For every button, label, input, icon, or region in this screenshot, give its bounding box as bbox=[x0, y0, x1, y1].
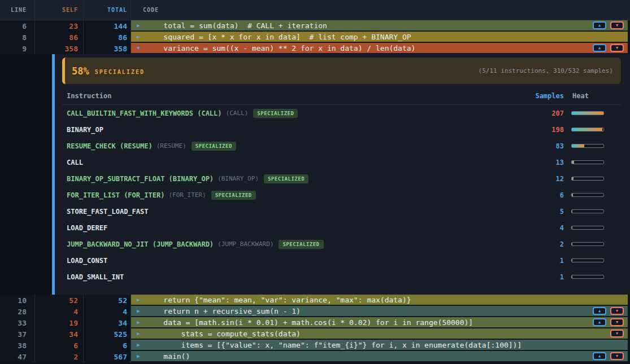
column-header-self: SELF bbox=[35, 0, 84, 20]
heat-column-header: Heat bbox=[571, 92, 604, 100]
total-samples-value: 6 bbox=[84, 340, 131, 351]
expand-toggle-icon[interactable]: ▶ bbox=[131, 308, 146, 314]
code-text: squared = [x * x for x in data] # list c… bbox=[146, 33, 411, 41]
instruction-name-group: CALL bbox=[67, 159, 524, 166]
samples-value: 2 bbox=[524, 240, 564, 248]
expand-toggle-icon[interactable]: ▶ bbox=[131, 331, 146, 336]
expand-toggle-icon[interactable]: ▼ bbox=[131, 45, 146, 51]
total-samples-value: 144 bbox=[84, 20, 131, 32]
self-samples-value: 6 bbox=[35, 340, 84, 351]
code-text: items = [{"value": x, "name": f"item_{i}… bbox=[146, 341, 522, 349]
heat-bar-fill bbox=[572, 128, 602, 131]
code-cell[interactable]: ▼ variance = sum((x - mean) ** 2 for x i… bbox=[131, 43, 628, 54]
heat-bar-fill bbox=[572, 243, 572, 245]
nav-down-button[interactable]: ▼ bbox=[610, 318, 624, 326]
heat-bar bbox=[571, 242, 604, 246]
heat-bar bbox=[571, 177, 604, 181]
instruction-name: LOAD_SMALL_INT bbox=[67, 273, 124, 281]
line-number: 37 bbox=[0, 328, 35, 340]
expand-toggle-icon[interactable]: ▶ bbox=[131, 34, 146, 40]
instruction-base-name: (RESUME) bbox=[157, 142, 186, 150]
code-cell[interactable]: ▶ data = [math.sin(i * 0.01) + math.cos(… bbox=[131, 317, 628, 328]
nav-down-button[interactable]: ▼ bbox=[610, 352, 624, 360]
code-row: 88686▶ squared = [x * x for x in data] #… bbox=[0, 32, 630, 43]
heat-bar-fill bbox=[572, 194, 573, 196]
heat-bar bbox=[571, 160, 604, 164]
code-cell[interactable]: ▶ stats = compute_stats(data)▼ bbox=[131, 328, 628, 340]
nav-up-button[interactable]: ▲ bbox=[593, 352, 606, 360]
specialized-badge: SPECIALIZED bbox=[264, 174, 309, 183]
self-samples-value: 34 bbox=[35, 328, 84, 340]
self-samples-value: 19 bbox=[35, 317, 84, 328]
samples-value: 13 bbox=[524, 159, 564, 166]
instruction-table-header: Instruction Samples Heat bbox=[62, 92, 621, 105]
line-number: 6 bbox=[0, 20, 35, 32]
nav-up-button[interactable]: ▲ bbox=[593, 318, 606, 326]
code-cell[interactable]: ▶ return {"mean": mean, "var": variance,… bbox=[131, 295, 628, 306]
code-cell[interactable]: ▶ total = sum(data) # CALL + iteration▲▼ bbox=[131, 20, 628, 32]
instruction-name: LOAD_CONST bbox=[67, 257, 107, 265]
instruction-name-group: BINARY_OP bbox=[67, 126, 524, 134]
code-cell[interactable]: ▶ main()▲▼ bbox=[131, 351, 628, 362]
heat-bar bbox=[571, 258, 604, 262]
heat-bar-fill bbox=[572, 210, 572, 213]
nav-down-button[interactable]: ▼ bbox=[610, 307, 624, 315]
instruction-row: FOR_ITER_LIST (FOR_ITER)(FOR_ITER)SPECIA… bbox=[62, 187, 621, 203]
total-samples-value: 34 bbox=[84, 317, 131, 328]
heat-bar-fill bbox=[572, 161, 574, 164]
heat-bar-fill bbox=[572, 226, 572, 229]
code-rows-top: 623144▶ total = sum(data) # CALL + itera… bbox=[0, 20, 630, 54]
nav-up-button[interactable]: ▲ bbox=[593, 21, 606, 29]
instruction-name-group: STORE_FAST_LOAD_FAST bbox=[67, 208, 524, 216]
instruction-base-name: (FOR_ITER) bbox=[168, 191, 206, 199]
line-detail-panel: 58% SPECIALIZED (5/11 instructions, 310/… bbox=[0, 54, 630, 295]
code-row: 9358358▼ variance = sum((x - mean) ** 2 … bbox=[0, 43, 630, 54]
samples-value: 4 bbox=[524, 224, 564, 232]
self-samples-value: 52 bbox=[35, 295, 84, 306]
samples-value: 5 bbox=[524, 208, 564, 216]
expand-toggle-icon[interactable]: ▶ bbox=[131, 23, 146, 28]
code-cell[interactable]: ▶ squared = [x * x for x in data] # list… bbox=[131, 32, 628, 43]
code-text: data = [math.sin(i * 0.01) + math.cos(i … bbox=[146, 318, 473, 327]
self-samples-value: 23 bbox=[35, 20, 84, 32]
instruction-name-group: LOAD_DEREF bbox=[67, 224, 524, 232]
code-text: total = sum(data) # CALL + iteration bbox=[146, 21, 327, 30]
nav-down-button[interactable]: ▼ bbox=[610, 330, 624, 337]
line-number: 47 bbox=[0, 351, 35, 362]
instruction-name-group: CALL_BUILTIN_FAST_WITH_KEYWORDS (CALL)(C… bbox=[67, 109, 524, 118]
nav-up-button[interactable]: ▲ bbox=[593, 44, 606, 52]
total-samples-value: 86 bbox=[84, 32, 131, 43]
instruction-name-group: LOAD_CONST bbox=[67, 257, 524, 265]
heat-bar bbox=[571, 226, 604, 230]
specialized-badge: SPECIALIZED bbox=[279, 240, 323, 249]
expand-toggle-icon[interactable]: ▶ bbox=[131, 353, 146, 359]
total-samples-value: 52 bbox=[84, 295, 131, 306]
instruction-row: LOAD_DEREF4 bbox=[62, 220, 621, 236]
code-row: 2844▶ return n + recursive_sum(n - 1)▲▼ bbox=[0, 306, 630, 317]
code-text: return {"mean": mean, "var": variance, "… bbox=[146, 296, 411, 304]
code-rows-bottom: 105252▶ return {"mean": mean, "var": var… bbox=[0, 295, 630, 362]
heat-bar-fill bbox=[572, 112, 603, 115]
instruction-name-group: RESUME_CHECK (RESUME)(RESUME)SPECIALIZED bbox=[67, 142, 524, 151]
line-number: 28 bbox=[0, 306, 35, 317]
specialized-badge: SPECIALIZED bbox=[253, 109, 298, 118]
instruction-base-name: (BINARY_OP) bbox=[218, 175, 259, 182]
heat-bar bbox=[571, 275, 604, 279]
column-header-code: CODE bbox=[131, 0, 630, 20]
heat-bar bbox=[571, 193, 604, 197]
code-cell[interactable]: ▶ items = [{"value": x, "name": f"item_{… bbox=[131, 340, 628, 351]
line-number: 10 bbox=[0, 295, 35, 306]
nav-down-button[interactable]: ▼ bbox=[610, 21, 624, 29]
specialization-banner: 58% SPECIALIZED (5/11 instructions, 310/… bbox=[62, 58, 621, 84]
nav-down-button[interactable]: ▼ bbox=[610, 44, 624, 52]
expand-toggle-icon[interactable]: ▶ bbox=[131, 319, 146, 325]
specialization-percent: 58% bbox=[72, 65, 89, 77]
nav-up-button[interactable]: ▲ bbox=[593, 307, 606, 315]
expand-toggle-icon[interactable]: ▶ bbox=[131, 297, 146, 302]
heat-bar-fill bbox=[572, 144, 584, 147]
code-cell[interactable]: ▶ return n + recursive_sum(n - 1)▲▼ bbox=[131, 306, 628, 317]
samples-value: 6 bbox=[524, 191, 564, 199]
line-number: 38 bbox=[0, 340, 35, 351]
expand-toggle-icon[interactable]: ▶ bbox=[131, 342, 146, 348]
samples-value: 12 bbox=[524, 175, 564, 183]
